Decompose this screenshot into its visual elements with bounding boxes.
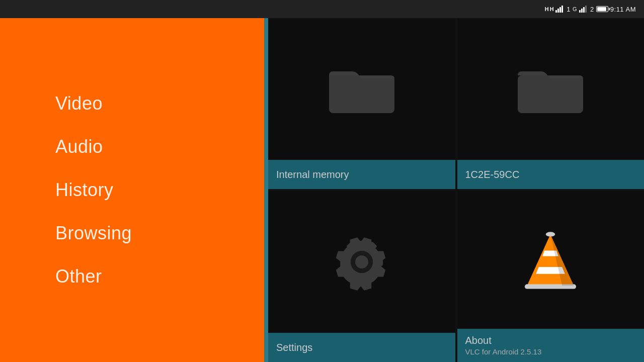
svg-rect-6 [583,7,585,13]
sidebar-label-history: History [55,179,114,200]
sidebar: Video Audio History Browsing Other [0,18,264,362]
svg-rect-13 [358,241,366,248]
svg-rect-4 [579,10,581,13]
settings-title: Settings [276,342,447,353]
sim2-label: 2 [590,6,594,13]
folder-icon-internal [268,18,455,160]
svg-rect-2 [559,7,561,13]
sidebar-label-video: Video [55,93,103,114]
svg-rect-5 [581,9,583,13]
hh-indicator: H H [545,6,553,12]
about-subtitle: VLC for Android 2.5.13 [465,347,636,356]
1c2e-label: 1C2E-59CC [457,160,645,189]
sidebar-divider [264,18,268,362]
sidebar-item-history[interactable]: History [55,168,264,212]
grid-item-about[interactable]: About VLC for Android 2.5.13 [457,191,645,362]
about-title: About [465,335,636,346]
svg-rect-7 [585,6,587,13]
sidebar-item-browsing[interactable]: Browsing [55,212,264,255]
svg-rect-1 [557,9,559,13]
status-bar: H H 1 G 2 9:11 AM [0,0,644,18]
network-type: G [573,6,577,12]
svg-rect-16 [341,258,348,266]
internal-memory-label: Internal memory [268,160,455,189]
folder-icon-1c2e [457,18,645,160]
content-grid: Internal memory 1C2E-59CC [268,18,644,362]
signal-indicators: H H 1 G 2 9:11 AM [545,6,636,13]
svg-point-26 [546,232,555,236]
svg-rect-9 [329,75,360,83]
grid-item-internal-memory[interactable]: Internal memory [268,18,455,189]
sidebar-label-browsing: Browsing [55,223,132,243]
signal-icon-1 [555,6,565,13]
about-label: About VLC for Android 2.5.13 [457,329,645,362]
settings-gear-icon [268,191,455,333]
grid-item-1c2e[interactable]: 1C2E-59CC [457,18,645,189]
sidebar-label-audio: Audio [55,136,103,157]
app-container: Video Audio History Browsing Other [0,18,644,362]
svg-rect-0 [555,10,557,13]
svg-rect-3 [561,6,563,13]
sidebar-label-other: Other [55,266,102,287]
battery-icon [596,6,608,12]
sidebar-item-video[interactable]: Video [55,82,264,125]
sim1-label: 1 [567,6,571,13]
svg-point-22 [355,255,368,268]
sidebar-item-audio[interactable]: Audio [55,125,264,168]
sidebar-item-other[interactable]: Other [55,255,264,298]
time-display: 9:11 AM [610,6,636,13]
svg-rect-15 [376,258,383,266]
signal-icon-2 [579,6,588,13]
settings-label: Settings [268,333,455,362]
vlc-icon [457,191,645,329]
svg-rect-10 [518,75,583,113]
svg-rect-14 [358,276,366,283]
1c2e-title: 1C2E-59CC [465,169,636,180]
grid-item-settings[interactable]: Settings [268,191,455,362]
internal-memory-title: Internal memory [276,169,447,180]
